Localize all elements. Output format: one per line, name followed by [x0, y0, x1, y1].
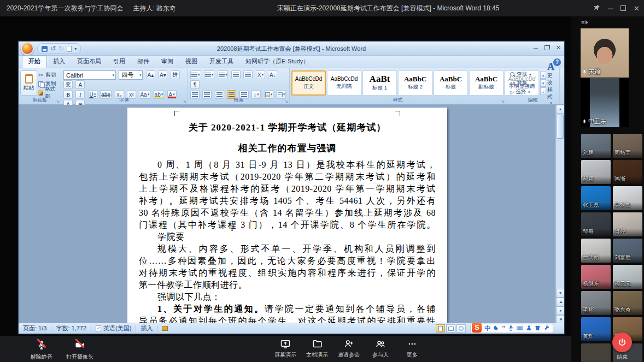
minimize-icon[interactable]: ─ [608, 5, 613, 12]
participant-tile-程元元[interactable]: 程元元 [613, 265, 642, 289]
participant-tile-黄辉[interactable]: 黄辉 [581, 317, 611, 341]
bullets-icon[interactable]: ▾ [190, 70, 201, 79]
close-icon[interactable]: ✕ [634, 5, 640, 12]
multilevel-list-icon[interactable]: ▾ [218, 70, 229, 79]
video-tile-speaker[interactable]: 宋颖 [581, 28, 629, 78]
word-close-icon[interactable]: ✕ [556, 44, 561, 51]
styles-dialog-launcher[interactable]: ↘ [501, 99, 505, 104]
maximize-icon[interactable] [620, 5, 626, 11]
asian-layout-icon[interactable]: X▾ [256, 70, 265, 79]
ime-toolbox-icon[interactable] [543, 325, 549, 332]
video-tile-second[interactable]: 申卫东 [581, 78, 629, 127]
pin-icon[interactable] [594, 4, 600, 12]
decrease-indent-icon[interactable] [231, 70, 241, 79]
more-button[interactable]: 更多 [399, 337, 425, 359]
style-card-0[interactable]: AaBbCcDd正文 [291, 70, 326, 96]
camera-on-button[interactable]: 打开摄像头 [65, 338, 95, 361]
ime-profile-icon[interactable] [526, 325, 532, 332]
page-indicator[interactable]: 页面: 1/3 [19, 325, 51, 333]
doc-line-5: 补考）。延期考试共安排考场 1405 个、考生 54461 人次，另外还有 [139, 195, 436, 207]
unmute-button[interactable]: 解除静音 [26, 338, 57, 361]
doc-share-button[interactable]: 文档演示 [304, 337, 330, 359]
clipboard-dialog-launcher[interactable]: ↘ [56, 99, 60, 104]
cut-button[interactable]: ✂剪切 [38, 71, 59, 79]
style-card-1[interactable]: AaBbCcDd无间隔 [327, 70, 361, 96]
word-tab-6[interactable]: 视图 [179, 56, 203, 68]
participant-tile-partial-0[interactable] [581, 343, 611, 362]
participant-tile-张玉磊[interactable]: 张玉磊 [581, 186, 611, 210]
word-tab-0[interactable]: 开始 [22, 55, 47, 68]
increase-indent-icon[interactable] [243, 70, 253, 79]
style-card-4[interactable]: AaBbC标题 [434, 70, 468, 96]
ime-language-icon[interactable]: 中 [484, 325, 490, 331]
ime-skin-icon[interactable] [535, 325, 541, 332]
participant-tile-骆东奇[interactable]: 骆东奇 [613, 291, 642, 315]
word-tab-8[interactable]: 知网研学（原E-Study） [239, 56, 315, 68]
participant-tile-肖婷[interactable]: 肖婷 [613, 212, 642, 236]
word-minimize-icon[interactable]: ─ [534, 45, 538, 51]
style-card-3[interactable]: AaBbC标题 2 [398, 70, 432, 96]
grow-font-button[interactable]: A▴ [146, 70, 155, 79]
scroll-down-icon[interactable]: ▼ [556, 289, 564, 298]
word-tab-4[interactable]: 邮件 [131, 56, 155, 68]
paragraph-dialog-launcher[interactable]: ↘ [284, 99, 288, 104]
participant-tile-杨继东[interactable]: 杨继东 [581, 265, 611, 289]
participant-tile-郝颖[interactable]: 郝颖 [581, 160, 611, 184]
scroll-up-icon[interactable]: ▲ [556, 105, 564, 114]
font-name-combo[interactable]: Calibri▾ [63, 70, 116, 80]
proofing-status[interactable]: ✓ 英语(美国) [91, 325, 136, 333]
help-icon[interactable]: ? [553, 58, 561, 66]
sogou-logo-icon[interactable]: S [472, 323, 482, 333]
word-restore-icon[interactable] [545, 45, 549, 50]
word-tab-5[interactable]: 审阅 [155, 56, 179, 68]
character-border-button[interactable]: A [75, 80, 85, 89]
participant-tile-兰明娟[interactable]: 兰明娟 [581, 239, 611, 263]
participant-tile-周拓宇[interactable]: 周拓宇 [613, 134, 642, 158]
style-card-2[interactable]: AaBt标题 1 [362, 70, 397, 96]
participants-button[interactable]: 参与人 [367, 337, 394, 359]
ime-fullhalf-icon[interactable] [493, 325, 499, 332]
previous-page-icon[interactable]: ▴▴ [556, 298, 564, 306]
participant-tile-刘富胜[interactable]: 刘富胜 [613, 239, 642, 263]
vertical-scrollbar[interactable]: ▲ ▼ ▴▴ ● ▾▾ [555, 105, 564, 324]
ime-mic-icon[interactable] [508, 325, 514, 333]
participant-tile-吴欢欢[interactable]: 吴欢欢 [613, 186, 642, 210]
shrink-font-button[interactable]: A▾ [158, 70, 167, 79]
macro-record-icon[interactable] [157, 325, 172, 333]
document-page[interactable]: 关于 2020-2021-1 学期开学考试（延期考试）相关工作的布置与强调0 周… [127, 108, 447, 324]
print-layout-view-icon[interactable] [436, 324, 445, 333]
end-meeting-button[interactable] [612, 333, 632, 352]
scrollbar-thumb[interactable] [557, 115, 564, 139]
style-card-5[interactable]: AaBbC副标题 [469, 70, 504, 96]
word-tab-2[interactable]: 页面布局 [71, 56, 107, 68]
web-layout-view-icon[interactable] [456, 324, 466, 333]
participant-tile-刘辉[interactable]: 刘辉 [581, 134, 611, 158]
insert-mode[interactable]: 插入 [136, 325, 157, 333]
invite-button[interactable]: 邀请参会 [336, 337, 362, 359]
word-tab-3[interactable]: 引用 [107, 56, 131, 68]
find-button[interactable]: 查找▾ [510, 70, 558, 79]
word-tab-7[interactable]: 开发工具 [203, 56, 239, 68]
participant-tile-鸿渐[interactable]: 鸿渐 [613, 160, 642, 184]
participant-tile-邹奇[interactable]: 邹奇 [581, 212, 611, 236]
select-button[interactable]: ▷选择▾ [510, 88, 558, 96]
paste-button[interactable]: 粘贴 [20, 70, 37, 96]
fullscreen-reading-view-icon[interactable] [446, 324, 455, 333]
character-scale-button[interactable]: 变 [63, 80, 73, 89]
show-marks-icon[interactable]: ¶ [190, 80, 200, 89]
word-count[interactable]: 字数: 1,772 [51, 325, 91, 333]
word-tab-1[interactable]: 插入 [47, 56, 71, 68]
sort-icon[interactable]: A↓ [268, 70, 277, 79]
sidebar-collapse-icon[interactable]: ≡ [581, 19, 592, 26]
participant-tile-毛彬[interactable]: 毛彬 [581, 291, 611, 315]
replace-button[interactable]: ab替换 [510, 79, 558, 87]
font-dialog-launcher[interactable]: ↘ [183, 99, 186, 104]
ime-keyboard-icon[interactable] [517, 325, 523, 332]
pinyin-guide-button[interactable]: 拼 [171, 70, 180, 79]
numbering-icon[interactable]: ▾ [204, 70, 215, 79]
format-painter-button[interactable]: 格式刷 [38, 88, 59, 97]
font-size-combo[interactable]: 四号▾ [119, 70, 143, 80]
select-browse-object-icon[interactable]: ● [556, 306, 564, 315]
ime-punctuation-icon[interactable]: ’’ [502, 325, 505, 331]
screen-share-button[interactable]: 屏幕演示 [272, 337, 298, 359]
